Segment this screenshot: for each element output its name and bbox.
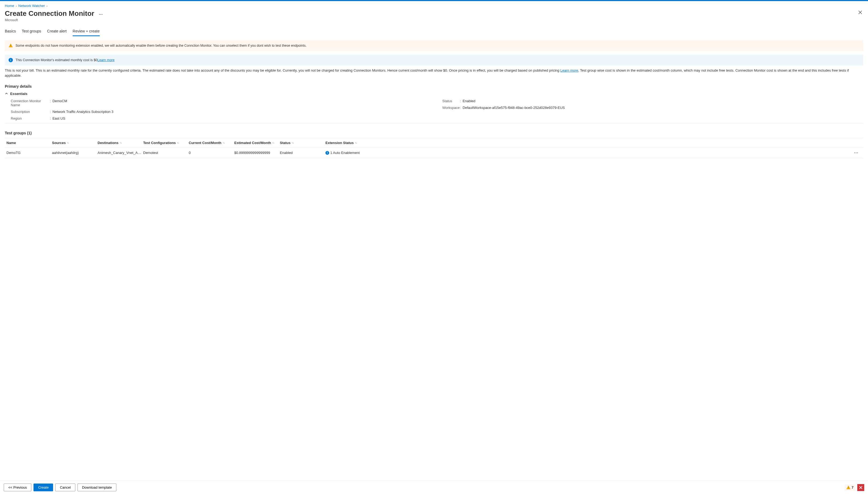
info-icon: i	[8, 58, 13, 62]
notification-warning-badge[interactable]: 7	[845, 484, 855, 491]
essentials-value: DemoCM	[53, 99, 67, 107]
cell-test-configs: Demotest	[143, 151, 189, 155]
primary-details-title: Primary details	[5, 84, 863, 89]
close-icon	[859, 11, 862, 14]
tab-test-groups[interactable]: Test groups	[22, 27, 41, 36]
col-extension-status[interactable]: Extension Status↑↓	[326, 141, 851, 145]
pricing-learn-more-link[interactable]: Learn more	[560, 69, 578, 72]
cell-status: Enabled	[280, 151, 326, 155]
create-button[interactable]: Create	[34, 483, 53, 491]
essentials-value: East US	[53, 116, 65, 120]
cancel-button[interactable]: Cancel	[55, 483, 75, 491]
sort-icon: ↑↓	[120, 141, 122, 144]
info-learn-more-link[interactable]: Learn more	[97, 58, 115, 62]
close-icon	[859, 486, 862, 489]
col-status[interactable]: Status↑↓	[280, 141, 326, 145]
cell-current-cost: 0	[189, 151, 234, 155]
essentials-value: Enabled	[463, 99, 476, 103]
warning-banner: Some endpoints do not have monitoring ex…	[5, 40, 863, 51]
breadcrumb-network-watcher[interactable]: Network Watcher	[18, 4, 45, 8]
essentials-label: Workspace	[442, 106, 458, 110]
info-icon: i	[326, 151, 329, 155]
essentials-value: DefaultWorkspace-af15e575-f948-49ac-bce0…	[463, 106, 565, 110]
previous-button[interactable]: << Previous	[4, 483, 32, 491]
warning-icon	[8, 43, 13, 48]
essentials-right: Status: Enabled Workspace: DefaultWorksp…	[442, 99, 863, 120]
svg-rect-0	[11, 45, 11, 46]
footer-bar: << Previous Create Cancel Download templ…	[0, 480, 868, 494]
tab-create-alert[interactable]: Create alert	[47, 27, 67, 36]
chevron-up-icon	[5, 92, 8, 95]
essentials-row: Subscription: Network Traffic Analytics …	[11, 110, 432, 114]
warning-text: Some endpoints do not have monitoring ex…	[16, 44, 307, 48]
title-more-button[interactable]: ···	[99, 12, 103, 17]
table-row[interactable]: DemoTG aahilvnet(aahilrg) Animesh_Canary…	[5, 148, 863, 158]
sort-icon: ↑↓	[355, 141, 357, 144]
sort-icon: ↑↓	[222, 141, 225, 144]
breadcrumb-home[interactable]: Home	[5, 4, 14, 8]
cell-name: DemoTG	[6, 151, 52, 155]
col-current-cost[interactable]: Current Cost/Month↑↓	[189, 141, 234, 145]
tabs: Basics Test groups Create alert Review +…	[5, 27, 863, 37]
essentials-label: Status	[442, 99, 458, 103]
cell-extension-status: i 1 Auto Enablement	[326, 151, 851, 155]
cell-destinations: Animesh_Canary_Vnet_ANM(…	[98, 151, 143, 155]
essentials-label: Connection Monitor Name	[11, 99, 48, 107]
info-text: This Connection Monitor's estimated mont…	[16, 58, 115, 62]
close-button[interactable]	[857, 10, 863, 15]
essentials-row: Region: East US	[11, 116, 432, 120]
page-header: Create Connection Monitor ··· Microsoft	[5, 10, 863, 22]
title-block: Create Connection Monitor ··· Microsoft	[5, 10, 103, 22]
essentials-label: Subscription	[11, 110, 48, 114]
col-destinations[interactable]: Destinations↑↓	[98, 141, 143, 145]
download-template-button[interactable]: Download template	[77, 483, 116, 491]
essentials-toggle[interactable]: Essentials	[5, 92, 863, 96]
cell-estimated-cost: $0.8999999999999999	[234, 151, 280, 155]
test-groups-title: Test groups (1)	[5, 131, 863, 135]
breadcrumb: Home › Network Watcher ›	[5, 4, 863, 8]
essentials-grid: Connection Monitor Name: DemoCM Subscrip…	[5, 99, 863, 124]
page-subtitle: Microsoft	[5, 18, 103, 22]
test-groups-table: Name Sources↑↓ Destinations↑↓ Test Confi…	[5, 138, 863, 158]
essentials-value: Network Traffic Analytics Subscription 3	[53, 110, 113, 114]
essentials-left: Connection Monitor Name: DemoCM Subscrip…	[11, 99, 432, 120]
col-name[interactable]: Name	[6, 141, 52, 145]
svg-rect-3	[848, 488, 848, 489]
essentials-row: Status: Enabled	[442, 99, 863, 103]
col-estimated-cost[interactable]: Estimated Cost/Month↑↓	[234, 141, 280, 145]
col-test-configurations[interactable]: Test Configurations↑↓	[143, 141, 189, 145]
tab-review-create[interactable]: Review + create	[73, 27, 100, 36]
row-more-button[interactable]: ···	[851, 150, 862, 155]
page-title: Create Connection Monitor ···	[5, 10, 103, 18]
svg-rect-2	[848, 487, 848, 488]
page-content: Home › Network Watcher › Create Connecti…	[0, 1, 868, 480]
cell-sources: aahilvnet(aahilrg)	[52, 151, 98, 155]
essentials-row: Connection Monitor Name: DemoCM	[11, 99, 432, 107]
essentials-label: Region	[11, 116, 48, 120]
billing-paragraph: This is not your bill. This is an estima…	[5, 68, 863, 78]
table-header-row: Name Sources↑↓ Destinations↑↓ Test Confi…	[5, 138, 863, 148]
essentials-row: Workspace: DefaultWorkspace-af15e575-f94…	[442, 106, 863, 110]
warning-icon	[846, 486, 851, 490]
chevron-right-icon: ›	[47, 4, 48, 7]
chevron-right-icon: ›	[16, 4, 17, 7]
tab-basics[interactable]: Basics	[5, 27, 16, 36]
sort-icon: ↑↓	[67, 141, 69, 144]
info-banner: i This Connection Monitor's estimated mo…	[5, 55, 863, 65]
sort-icon: ↑↓	[292, 141, 294, 144]
sort-icon: ↑↓	[272, 141, 274, 144]
notification-error-badge[interactable]	[857, 484, 864, 491]
sort-icon: ↑↓	[177, 141, 179, 144]
svg-rect-1	[11, 46, 11, 47]
col-sources[interactable]: Sources↑↓	[52, 141, 98, 145]
